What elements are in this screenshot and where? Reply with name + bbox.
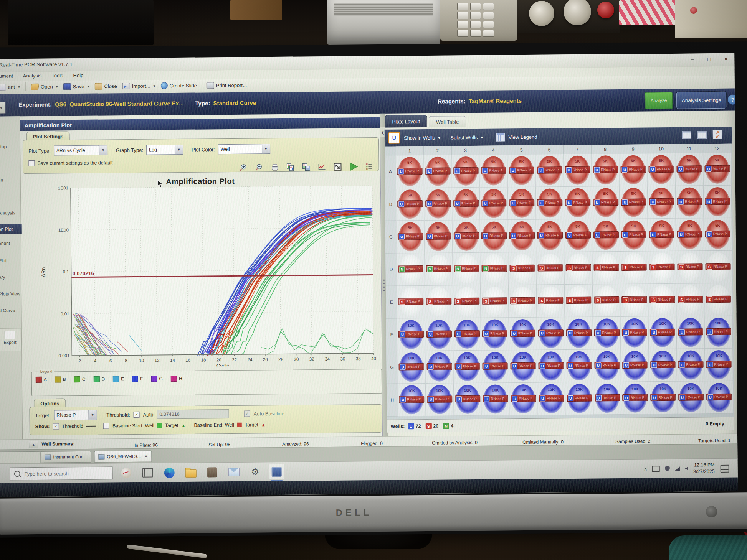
hidden-icons-chevron[interactable]: ∧ bbox=[644, 466, 647, 471]
well-H4[interactable]: 10KURNase P bbox=[481, 383, 509, 416]
well-C3[interactable]: 5KURNase P bbox=[452, 220, 480, 253]
menu-item-help[interactable]: Help bbox=[73, 72, 83, 78]
save-default-checkbox[interactable] bbox=[28, 160, 35, 166]
well-C1[interactable]: 5KURNase P bbox=[397, 221, 425, 254]
toolbar-close[interactable]: Close bbox=[94, 83, 117, 89]
well-G4[interactable]: 10KURNase P bbox=[481, 350, 509, 383]
well-E6[interactable]: SRNase P bbox=[537, 285, 565, 318]
well-F10[interactable]: 10KURNase P bbox=[649, 316, 677, 349]
help-button[interactable]: ? bbox=[728, 95, 738, 105]
well-D4[interactable]: NRNase P bbox=[481, 252, 509, 285]
well-G10[interactable]: 10KURNase P bbox=[649, 349, 677, 382]
well-G11[interactable]: 10KURNase P bbox=[677, 349, 705, 382]
well-C4[interactable]: 5KURNase P bbox=[480, 220, 508, 253]
target-dropdown[interactable]: RNase P▼ bbox=[54, 410, 97, 420]
well-H2[interactable]: 10KURNase P bbox=[426, 383, 454, 416]
print-icon[interactable] bbox=[270, 163, 279, 172]
summary-collapse-button[interactable]: ▲ bbox=[29, 441, 38, 448]
well-A2[interactable]: 5KURNase P bbox=[424, 155, 452, 188]
sidebar-collapse-button[interactable]: ◄ bbox=[0, 102, 5, 114]
volume-tray-icon[interactable] bbox=[685, 466, 688, 470]
well-G9[interactable]: 10KURNase P bbox=[621, 349, 649, 382]
task-view-icon[interactable] bbox=[140, 465, 155, 480]
well-G7[interactable]: 10KURNase P bbox=[565, 350, 593, 383]
sidebar-item-onent[interactable]: onent bbox=[0, 240, 10, 246]
menu-item-tools[interactable]: Tools bbox=[51, 72, 63, 78]
toolbar-ent[interactable]: ent bbox=[0, 84, 20, 90]
taskbar-clock[interactable]: 12:16 PM 3/27/2025 bbox=[693, 462, 715, 475]
toolbar-printreport[interactable]: Print Report... bbox=[207, 82, 247, 89]
well-E12[interactable]: SRNase P bbox=[704, 283, 732, 316]
well-A5[interactable]: 5KURNase P bbox=[507, 155, 535, 188]
close-button[interactable]: × bbox=[721, 55, 731, 63]
well-H11[interactable]: 10KURNase P bbox=[677, 381, 705, 414]
mail-icon[interactable] bbox=[226, 465, 241, 479]
well-G1[interactable]: 10KURNase P bbox=[397, 351, 425, 384]
well-H1[interactable]: 10KURNase P bbox=[398, 384, 426, 417]
well-F4[interactable]: 10KURNase P bbox=[481, 318, 509, 351]
menu-item-analysis[interactable]: Analysis bbox=[23, 73, 42, 79]
well-C9[interactable]: 5KURNase P bbox=[620, 219, 648, 252]
well-E7[interactable]: SRNase P bbox=[565, 285, 593, 318]
toolbar-save[interactable]: Save bbox=[63, 83, 89, 90]
well-D5[interactable]: SRNase P bbox=[508, 252, 536, 285]
adjust-plot-icon[interactable] bbox=[317, 162, 326, 171]
plate-layout[interactable]: 123456789101112 ABCDEFGH 5KURNase P5KURN… bbox=[385, 144, 734, 420]
plot-type-dropdown[interactable]: ΔRn vs Cycle▼ bbox=[54, 145, 107, 155]
well-B4[interactable]: 5KURNase P bbox=[480, 187, 508, 220]
well-A7[interactable]: 5KURNase P bbox=[564, 154, 592, 187]
well-B2[interactable]: 5KURNase P bbox=[424, 188, 452, 221]
well-A11[interactable]: 5KURNase P bbox=[675, 153, 703, 186]
well-A8[interactable]: 5KURNase P bbox=[592, 154, 620, 187]
auto-threshold-checkbox[interactable] bbox=[134, 412, 140, 418]
well-H10[interactable]: 10KURNase P bbox=[649, 382, 677, 415]
well-H8[interactable]: 10KURNase P bbox=[593, 382, 621, 415]
well-G2[interactable]: 10KURNase P bbox=[425, 351, 453, 384]
well-E1[interactable]: SRNase P bbox=[397, 286, 425, 319]
well-G12[interactable]: 10KURNase P bbox=[705, 349, 733, 382]
copy-plot-icon[interactable] bbox=[286, 163, 295, 172]
close-tab-icon[interactable]: × bbox=[145, 454, 147, 459]
well-B6[interactable]: 5KURNase P bbox=[536, 187, 564, 220]
well-D10[interactable]: SRNase P bbox=[648, 251, 676, 284]
well-D7[interactable]: SRNase P bbox=[564, 252, 592, 285]
tab-well-table[interactable]: Well Table bbox=[429, 116, 466, 127]
graph-type-dropdown[interactable]: Log▼ bbox=[146, 145, 183, 155]
well-type-u-icon[interactable]: U bbox=[388, 132, 400, 143]
well-E10[interactable]: SRNase P bbox=[648, 284, 676, 317]
well-A9[interactable]: 5KURNase P bbox=[620, 153, 648, 186]
well-G6[interactable]: 10KURNase P bbox=[537, 350, 565, 383]
well-C8[interactable]: 5KURNase P bbox=[592, 219, 620, 252]
well-G3[interactable]: 10KURNase P bbox=[453, 351, 481, 384]
well-B12[interactable]: 5KURNase P bbox=[704, 186, 732, 219]
well-E3[interactable]: SRNase P bbox=[453, 285, 481, 318]
well-E4[interactable]: SRNase P bbox=[481, 285, 509, 318]
well-H3[interactable]: 10KURNase P bbox=[454, 383, 482, 416]
plot-color-dropdown[interactable]: Well▼ bbox=[218, 144, 270, 154]
well-F11[interactable]: 10KURNase P bbox=[677, 316, 705, 349]
well-A4[interactable]: 5KURNase P bbox=[480, 155, 508, 188]
taskbar-search[interactable] bbox=[10, 466, 113, 480]
well-H12[interactable]: 10KURNase P bbox=[705, 381, 733, 414]
network-tray-icon[interactable] bbox=[675, 466, 680, 471]
zoom-out-icon[interactable] bbox=[254, 163, 263, 172]
well-H7[interactable]: 10KURNase P bbox=[565, 382, 593, 415]
power-button[interactable] bbox=[706, 506, 717, 517]
well-B11[interactable]: 5KURNase P bbox=[676, 186, 704, 219]
well-A10[interactable]: 5KURNase P bbox=[647, 153, 675, 186]
security-tray-icon[interactable] bbox=[665, 466, 670, 471]
well-F3[interactable]: 10KURNase P bbox=[453, 318, 481, 351]
sidebar-item-etup[interactable]: etup bbox=[0, 144, 7, 149]
toolbar-open[interactable]: Open bbox=[31, 83, 58, 90]
well-F6[interactable]: 10KURNase P bbox=[537, 317, 565, 350]
threshold-value-field[interactable]: 0.074216 bbox=[157, 409, 229, 419]
sidebar-item-un[interactable]: un bbox=[0, 178, 3, 183]
well-list-icon[interactable] bbox=[364, 162, 374, 171]
well-F1[interactable]: 10KURNase P bbox=[397, 318, 425, 351]
view-legend-button[interactable]: View Legend bbox=[508, 134, 537, 140]
well-D6[interactable]: SRNase P bbox=[536, 252, 564, 285]
well-C11[interactable]: 5KURNase P bbox=[676, 218, 704, 251]
analysis-settings-button[interactable]: Analysis Settings bbox=[676, 92, 726, 109]
well-B8[interactable]: 5KURNase P bbox=[592, 186, 620, 219]
well-D8[interactable]: SRNase P bbox=[592, 252, 620, 285]
